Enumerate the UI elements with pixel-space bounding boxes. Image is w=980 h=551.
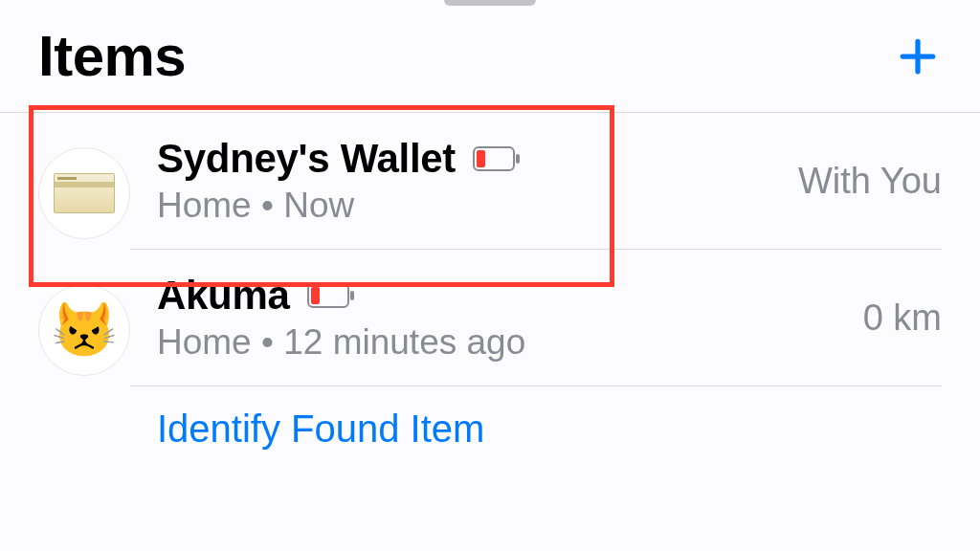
items-list: Sydney's Wallet Home • Now With You [0,113,980,386]
battery-low-icon [307,283,355,308]
item-subtitle: Home • 12 minutes ago [157,322,863,363]
list-item[interactable]: Sydney's Wallet Home • Now With You [0,113,980,250]
item-name: Sydney's Wallet [157,136,456,182]
svg-rect-1 [516,154,520,164]
svg-rect-2 [477,150,485,167]
cat-emoji-icon: 😾 [51,298,118,362]
identify-row: Identify Found Item [0,386,980,451]
battery-low-icon [473,146,521,171]
svg-rect-5 [311,287,320,304]
item-status: With You [798,161,942,202]
sheet-grabber[interactable] [444,0,536,6]
page-title: Items [38,23,186,89]
item-name: Akuma [157,273,290,319]
header: Items [0,11,980,112]
item-avatar: 😾 [38,284,130,376]
item-status: 0 km [863,298,942,339]
plus-icon [898,36,938,77]
item-avatar [38,147,130,239]
svg-rect-4 [350,291,354,300]
list-item[interactable]: 😾 Akuma Home • 12 minu [0,250,980,386]
wallet-icon [54,173,115,213]
identify-found-item-link[interactable]: Identify Found Item [157,408,942,451]
item-subtitle: Home • Now [157,186,798,226]
add-button[interactable] [894,33,942,80]
